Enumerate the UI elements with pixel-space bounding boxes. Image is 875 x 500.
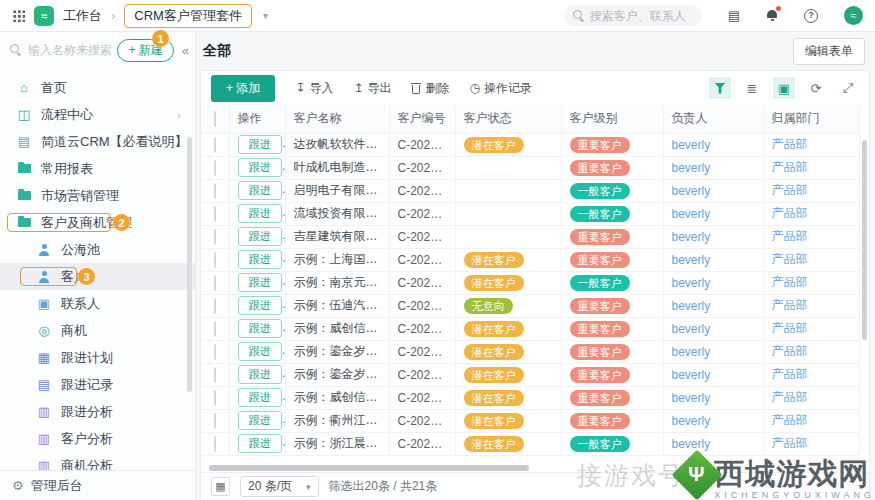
dept-link[interactable]: 产品部 [772, 160, 808, 174]
workspace-title[interactable]: 工作台 [63, 7, 102, 25]
suite-caret-icon[interactable]: ▾ [263, 10, 268, 21]
sidebar-search-input[interactable] [8, 43, 111, 57]
fullscreen-icon[interactable]: ⤢ [837, 77, 859, 99]
pagination-grid-button[interactable]: ▦ [211, 477, 230, 496]
sidebar-item-common-reports[interactable]: 常用报表 [0, 155, 195, 182]
follow-up-button[interactable]: 跟进 [238, 135, 282, 154]
sidebar-item-customer-analysis[interactable]: ▥ 客户分析 [0, 425, 195, 452]
follow-up-button[interactable]: 跟进 [238, 296, 282, 315]
sidebar-item-contacts[interactable]: ▣ 联系人 [0, 290, 195, 317]
dept-link[interactable]: 产品部 [772, 436, 808, 450]
dept-link[interactable]: 产品部 [772, 413, 808, 427]
sidebar-item-followup-record[interactable]: ▤ 跟进记录 [0, 371, 195, 398]
export-button[interactable]: ↥导出 [353, 80, 391, 97]
row-checkbox[interactable] [214, 344, 216, 360]
follow-up-button[interactable]: 跟进 [238, 250, 282, 269]
card-view-icon[interactable]: ▣ [773, 77, 795, 99]
owner-link[interactable]: beverly [672, 207, 711, 221]
row-checkbox[interactable] [214, 321, 216, 337]
help-icon[interactable]: ? [804, 9, 818, 23]
import-button[interactable]: ↧导入 [295, 80, 333, 97]
follow-up-button[interactable]: 跟进 [238, 388, 282, 407]
dept-link[interactable]: 产品部 [772, 321, 808, 335]
owner-link[interactable]: beverly [672, 184, 711, 198]
sidebar-item-followup-analysis[interactable]: ▥ 跟进分析 [0, 398, 195, 425]
owner-link[interactable]: beverly [672, 391, 711, 405]
follow-up-button[interactable]: 跟进 [238, 273, 282, 292]
follow-up-button[interactable]: 跟进 [238, 158, 282, 177]
owner-link[interactable]: beverly [672, 414, 711, 428]
dept-link[interactable]: 产品部 [772, 390, 808, 404]
dept-link[interactable]: 产品部 [772, 344, 808, 358]
row-checkbox[interactable] [214, 229, 216, 245]
sidebar-item-customer-business[interactable]: 客户及商机管理 [0, 209, 195, 236]
owner-link[interactable]: beverly [672, 345, 711, 359]
follow-up-button[interactable]: 跟进 [238, 319, 282, 338]
owner-link[interactable]: beverly [672, 161, 711, 175]
row-checkbox[interactable] [214, 298, 216, 314]
owner-link[interactable]: beverly [672, 230, 711, 244]
user-avatar[interactable]: ≈ [844, 6, 863, 25]
apps-grid-icon[interactable] [12, 9, 25, 22]
sidebar-item-process-center[interactable]: ◫ 流程中心 › [0, 101, 195, 128]
dept-link[interactable]: 产品部 [772, 367, 808, 381]
notifications-icon[interactable] [766, 9, 778, 23]
dept-link[interactable]: 产品部 [772, 252, 808, 266]
row-height-icon[interactable]: ≣ [741, 77, 763, 99]
follow-up-button[interactable]: 跟进 [238, 365, 282, 384]
sidebar-item-followup-plan[interactable]: ▦ 跟进计划 [0, 344, 195, 371]
owner-link[interactable]: beverly [672, 253, 711, 267]
dept-link[interactable]: 产品部 [772, 183, 808, 197]
follow-up-button[interactable]: 跟进 [238, 434, 282, 453]
follow-up-button[interactable]: 跟进 [238, 411, 282, 430]
dept-link[interactable]: 产品部 [772, 137, 808, 151]
sidebar-item-crm-guide[interactable]: ▤ 简道云CRM【必看说明】 [0, 128, 195, 155]
dept-link[interactable]: 产品部 [772, 298, 808, 312]
row-checkbox[interactable] [214, 206, 216, 222]
sidebar-collapse-icon[interactable]: « [180, 43, 191, 58]
sidebar-item-admin-console[interactable]: ⚙ 管理后台 [0, 470, 195, 500]
row-checkbox[interactable] [214, 390, 216, 406]
dept-link[interactable]: 产品部 [772, 206, 808, 220]
table-horizontal-scrollbar[interactable] [209, 465, 529, 471]
sidebar-item-customer[interactable]: 客户 [0, 263, 195, 290]
select-all-checkbox[interactable] [214, 111, 216, 127]
row-checkbox[interactable] [214, 252, 216, 268]
row-checkbox[interactable] [214, 137, 216, 153]
edit-form-button[interactable]: 编辑表单 [793, 38, 865, 65]
follow-up-button[interactable]: 跟进 [238, 204, 282, 223]
row-checkbox[interactable] [214, 160, 216, 176]
owner-link[interactable]: beverly [672, 276, 711, 290]
history-button[interactable]: ◷操作记录 [469, 80, 531, 97]
row-checkbox[interactable] [214, 275, 216, 291]
dept-link[interactable]: 产品部 [772, 229, 808, 243]
tab-all[interactable]: 全部 [203, 42, 231, 60]
sidebar-item-marketing[interactable]: 市场营销管理 [0, 182, 195, 209]
row-checkbox[interactable] [214, 436, 216, 452]
sidebar-item-public-pool[interactable]: 公海池 [0, 236, 195, 263]
refresh-icon[interactable]: ⟳ [805, 77, 827, 99]
owner-link[interactable]: beverly [672, 437, 711, 451]
journal-icon[interactable]: ▤ [728, 9, 740, 22]
table-vertical-scrollbar[interactable] [862, 140, 867, 340]
add-button[interactable]: + 添加 [211, 75, 275, 102]
owner-link[interactable]: beverly [672, 299, 711, 313]
row-checkbox[interactable] [214, 367, 216, 383]
filter-icon[interactable] [709, 77, 731, 99]
follow-up-button[interactable]: 跟进 [238, 227, 282, 246]
sidebar-scrollbar[interactable] [187, 137, 192, 392]
row-checkbox[interactable] [214, 413, 216, 429]
owner-link[interactable]: beverly [672, 138, 711, 152]
dept-link[interactable]: 产品部 [772, 275, 808, 289]
workspace-app-icon[interactable]: ≈ [34, 6, 54, 26]
row-checkbox[interactable] [214, 183, 216, 199]
suite-selector[interactable]: CRM客户管理套件 [124, 4, 252, 28]
sidebar-item-home[interactable]: ⌂ 首页 [0, 74, 195, 101]
follow-up-button[interactable]: 跟进 [238, 181, 282, 200]
owner-link[interactable]: beverly [672, 322, 711, 336]
delete-button[interactable]: 删除 [411, 80, 449, 97]
sidebar-item-opportunity[interactable]: ◎ 商机 [0, 317, 195, 344]
page-size-select[interactable]: 20 条/页 ▾ [240, 476, 319, 497]
follow-up-button[interactable]: 跟进 [238, 342, 282, 361]
owner-link[interactable]: beverly [672, 368, 711, 382]
